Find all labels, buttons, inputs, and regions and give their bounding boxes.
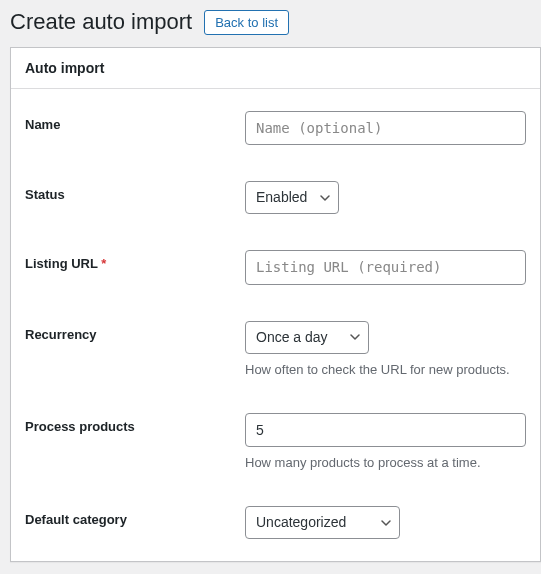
row-listing-url: Listing URL *: [25, 214, 526, 284]
actions-row: Save: [0, 562, 541, 574]
default-category-select[interactable]: Uncategorized: [245, 506, 400, 539]
process-products-help: How many products to process at a time.: [245, 455, 526, 470]
name-input[interactable]: [245, 111, 526, 145]
row-name: Name: [25, 99, 526, 145]
recurrency-help: How often to check the URL for new produ…: [245, 362, 526, 377]
page-header: Create auto import Back to list: [0, 0, 541, 47]
form-body: Name Status Enabled Listing URL: [11, 89, 540, 561]
auto-import-panel: Auto import Name Status Enabled: [10, 47, 541, 562]
label-name: Name: [25, 111, 245, 132]
row-recurrency: Recurrency Once a day How often to check…: [25, 285, 526, 377]
back-to-list-button[interactable]: Back to list: [204, 10, 289, 35]
process-products-input[interactable]: [245, 413, 526, 447]
page-title: Create auto import: [10, 9, 192, 35]
row-default-category: Default category Uncategorized: [25, 470, 526, 539]
label-default-category: Default category: [25, 506, 245, 527]
recurrency-select[interactable]: Once a day: [245, 321, 369, 354]
row-process-products: Process products How many products to pr…: [25, 377, 526, 470]
label-status: Status: [25, 181, 245, 202]
status-select[interactable]: Enabled: [245, 181, 339, 214]
row-status: Status Enabled: [25, 145, 526, 214]
label-recurrency: Recurrency: [25, 321, 245, 342]
label-process-products: Process products: [25, 413, 245, 434]
required-mark: *: [101, 256, 106, 271]
panel-title: Auto import: [11, 48, 540, 89]
label-listing-url: Listing URL *: [25, 250, 245, 271]
listing-url-input[interactable]: [245, 250, 526, 284]
